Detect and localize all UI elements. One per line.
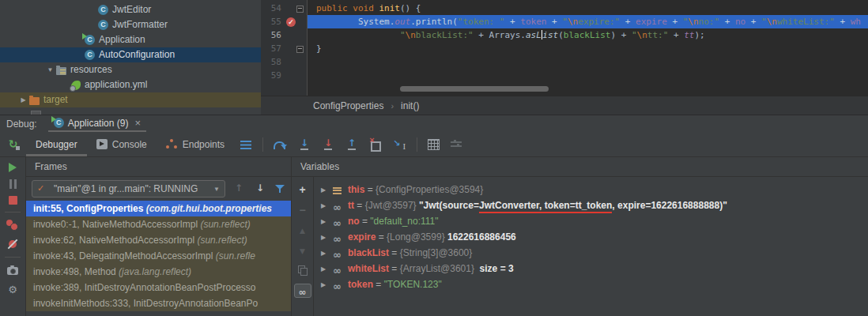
expand-arrow-icon[interactable]: ▶ — [321, 277, 333, 292]
move-watch-down-icon[interactable] — [296, 245, 309, 258]
tab-console[interactable]: Console — [87, 132, 157, 156]
stack-frame-row[interactable]: invoke0:-1, NativeMethodAccessorImpl (su… — [26, 216, 291, 232]
tree-item-application.yml[interactable]: application.yml — [0, 77, 261, 92]
stack-frame-row[interactable]: init:55, ConfigProperties (com.git.hui.b… — [26, 201, 291, 216]
variable-name: this — [348, 184, 364, 195]
hide-library-frames-filter-icon[interactable] — [275, 184, 285, 194]
step-over-icon[interactable] — [274, 138, 287, 151]
code-line-56[interactable]: "\nblackList:" + Arrays.asList(blackList… — [308, 28, 868, 42]
variable-row-token[interactable]: ▶token = "TOKEN.123" — [314, 276, 868, 292]
variable-row-blackList[interactable]: ▶blackList = {String[3]@3600} — [314, 245, 868, 261]
expand-arrow-icon[interactable]: ▶ — [321, 246, 333, 261]
stack-frame-row[interactable]: invoke:43, DelegatingMethodAccessorImpl … — [26, 248, 291, 264]
class-icon — [98, 5, 108, 15]
view-breakpoints-icon[interactable] — [6, 220, 19, 231]
expand-arrow-icon[interactable]: ▶ — [321, 214, 333, 229]
gutter-markers[interactable] — [281, 42, 305, 55]
gutter-markers[interactable] — [281, 15, 305, 28]
stack-frame-row[interactable]: invoke:498, Method (java.lang.reflect) — [26, 264, 291, 280]
step-into-icon[interactable] — [298, 138, 311, 151]
stack-frame-row[interactable]: invoke:389, InitDestroyAnnotationBeanPos… — [26, 280, 291, 295]
gutter-markers[interactable] — [281, 28, 305, 42]
fold-marker-icon[interactable] — [296, 46, 304, 53]
code-line-55[interactable]: System.out.println("token: " + token + "… — [308, 15, 868, 28]
force-step-into-icon[interactable] — [322, 138, 334, 151]
breakpoint-verified-icon[interactable] — [286, 17, 296, 27]
stack-frame-row[interactable]: invoke:62, NativeMethodAccessorImpl (sun… — [26, 232, 291, 248]
gutter-markers[interactable] — [281, 2, 305, 15]
expand-arrow-icon[interactable]: ▶ — [321, 261, 333, 276]
tree-item-JwtEditor[interactable]: JwtEditor — [0, 2, 261, 17]
expand-arrow-icon[interactable]: ▶ — [321, 198, 333, 213]
pause-program-icon[interactable] — [9, 179, 17, 189]
thread-dump-camera-icon[interactable] — [7, 267, 18, 275]
add-watch-icon[interactable] — [296, 183, 309, 196]
stack-frame-row[interactable]: invokeInitMethods:333, InitDestroyAnnota… — [26, 295, 291, 311]
tree-item-JwtFormatter[interactable]: JwtFormatter — [0, 17, 261, 32]
code-line-57[interactable]: } — [308, 42, 868, 55]
variable-row-this[interactable]: ▶this = {ConfigProperties@3594} — [314, 182, 868, 198]
code-line-59[interactable] — [308, 69, 868, 82]
stop-icon[interactable] — [9, 196, 17, 205]
debugger-settings-icon[interactable] — [6, 282, 19, 295]
tree-item-resources[interactable]: ▼resources — [0, 62, 261, 77]
drop-frame-icon[interactable] — [369, 138, 382, 151]
tree-item-target[interactable]: ▶target — [0, 92, 261, 107]
equals-sign: = — [354, 200, 365, 211]
editor-code-area[interactable]: public void init() {System.out.println("… — [308, 0, 868, 96]
gutter-line-58[interactable]: 58 — [261, 55, 307, 69]
show-watches-toggle-icon[interactable] — [294, 284, 311, 298]
rerun-icon[interactable] — [7, 138, 20, 151]
expand-arrow-icon[interactable]: ▶ — [321, 230, 333, 245]
code-editor[interactable]: 545556575859 public void init() {System.… — [261, 0, 868, 96]
variable-value: {ArrayList@3601} — [400, 263, 477, 274]
thread-selector-dropdown[interactable]: "main"@1 in gr...main": RUNNING ▼ — [32, 180, 225, 198]
tree-item-AutoConfiguration[interactable]: AutoConfiguration — [0, 47, 261, 62]
step-out-icon[interactable] — [345, 138, 358, 151]
gutter-line-56[interactable]: 56 — [261, 28, 307, 42]
gutter-line-54[interactable]: 54 — [261, 2, 307, 15]
resume-program-icon[interactable] — [9, 163, 17, 172]
chevron-down-icon[interactable]: ▼ — [44, 62, 56, 77]
variable-row-whiteList[interactable]: ▶whiteList = {ArrayList@3601} size = 3 — [314, 261, 868, 276]
expand-arrow-icon[interactable]: ▶ — [321, 182, 333, 198]
gutter-line-59[interactable]: 59 — [261, 69, 307, 82]
run-to-cursor-icon[interactable] — [393, 138, 406, 151]
gutter-markers[interactable] — [281, 69, 305, 82]
variable-row-tt[interactable]: ▶tt = {Jwt@3597} "Jwt(source=JwtConverte… — [314, 198, 868, 213]
tab-endpoints[interactable]: Endpoints — [157, 132, 234, 156]
variables-panel-title: Variables — [292, 157, 868, 177]
variable-value: , expire=1622616888888)" — [612, 200, 726, 211]
watch-glasses-icon — [333, 247, 345, 260]
variable-row-expire[interactable]: ▶expire = {Long@3599} 1622616886456 — [314, 229, 868, 245]
move-watch-up-icon[interactable] — [296, 224, 309, 237]
gutter-markers[interactable] — [281, 55, 305, 69]
gutter-line-57[interactable]: 57 — [261, 42, 307, 55]
more-options-icon[interactable] — [240, 138, 252, 151]
fold-marker-icon[interactable] — [296, 6, 304, 13]
debug-session-tab[interactable]: Application (9) × — [48, 115, 146, 133]
variable-row-no[interactable]: ▶no = "default_no:111" — [314, 213, 868, 229]
mute-breakpoints-icon[interactable] — [7, 239, 18, 250]
tab-debugger[interactable]: Debugger — [26, 132, 87, 156]
gutter-line-55[interactable]: 55 — [261, 15, 307, 28]
session-tab-label: Application (9) — [68, 118, 129, 129]
previous-frame-icon[interactable] — [232, 182, 245, 195]
chevron-right-icon[interactable]: ▶ — [17, 92, 29, 107]
tree-item-Application[interactable]: Application — [0, 32, 261, 47]
variable-name: blackList — [348, 247, 389, 258]
close-icon[interactable]: × — [134, 117, 141, 129]
next-frame-icon[interactable] — [254, 182, 266, 195]
red-annotation-underline: JwtConverter, token=tt_token — [479, 200, 612, 213]
evaluate-expression-icon[interactable] — [428, 139, 440, 150]
this-value-icon — [333, 186, 342, 194]
layout-settings-icon[interactable] — [451, 140, 462, 149]
editor-horizontal-scrollbar[interactable] — [400, 86, 549, 92]
editor-gutter[interactable]: 545556575859 — [261, 0, 308, 96]
code-line-58[interactable] — [308, 55, 868, 69]
code-line-54[interactable]: public void init() { — [308, 2, 868, 15]
breadcrumb-item[interactable]: ConfigProperties — [313, 100, 383, 111]
breadcrumb-item[interactable]: init() — [401, 100, 419, 111]
remove-watch-icon[interactable] — [296, 204, 309, 216]
duplicate-watch-icon[interactable] — [298, 265, 308, 276]
